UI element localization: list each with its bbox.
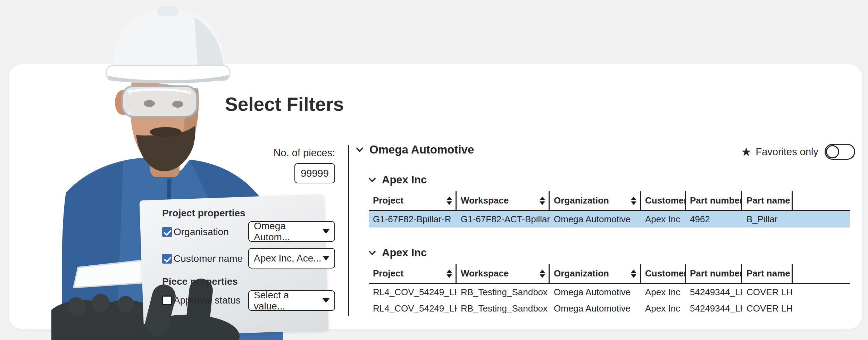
customer-name-dropdown[interactable]: Apex Inc, Ace... [248,248,335,268]
filter-row-organisation: Organisation [162,226,229,238]
customer-name-checkbox[interactable] [162,254,172,264]
column-header-project[interactable]: Project [369,264,457,283]
column-header-project[interactable]: Project [369,191,457,210]
organisation-dropdown-value: Omega Autom... [254,221,323,243]
chevron-down-icon [323,256,329,260]
cell-workspace: RB_Testing_Sandbox [457,300,550,317]
cell-project: RL4_COV_54249_LH [369,300,457,317]
column-header-part-number[interactable]: Part number [686,264,742,283]
column-header-customer[interactable]: Customer [641,264,686,283]
screen: Select Filters No. of pieces: Project pr… [0,0,868,340]
table-header: Project Workspace Organization Customer … [369,264,850,284]
table-header: Project Workspace Organization Customer … [369,191,850,211]
chevron-down-icon [355,145,365,155]
cell-workspace: G1-67F82-ACT-Bpillar [457,211,550,227]
sort-icon[interactable] [537,269,545,278]
cell-project: RL4_COV_54249_LH [369,284,457,300]
piece-properties-heading: Piece properties [162,276,238,287]
no-of-pieces-input[interactable] [294,163,335,183]
customer-name-label: Customer name [174,253,243,264]
cell-empty [793,300,850,317]
results-table-2: Project Workspace Organization Customer … [369,264,850,317]
cell-customer: Apex Inc [641,211,686,227]
chevron-down-icon [323,298,329,303]
subgroup-header-apex-inc-1[interactable]: Apex Inc [367,174,427,186]
page-title: Select Filters [225,93,344,115]
column-header-organization[interactable]: Organization [550,191,641,210]
vertical-divider [348,145,349,316]
cell-part-name: COVER LH [742,284,793,300]
column-header-empty [793,264,850,283]
approval-status-dropdown-value: Select a value... [254,290,323,312]
results-table-1: Project Workspace Organization Customer … [369,191,850,227]
cell-part-number: 54249344_LH [686,300,742,317]
filter-row-approval-status: Approval status [162,295,241,306]
approval-status-dropdown[interactable]: Select a value... [248,290,335,311]
star-icon: ★ [741,144,751,160]
no-of-pieces-label: No. of pieces: [248,147,335,159]
sort-icon[interactable] [537,197,545,205]
cell-empty [793,211,850,227]
customer-name-dropdown-value: Apex Inc, Ace... [254,253,322,264]
column-header-workspace[interactable]: Workspace [457,264,550,283]
sort-icon[interactable] [628,197,636,205]
cell-customer: Apex Inc [641,300,686,317]
cell-workspace: RB_Testing_Sandbox [457,284,550,300]
organisation-label: Organisation [174,226,229,238]
subgroup-header-apex-inc-2[interactable]: Apex Inc [367,247,427,259]
column-header-customer[interactable]: Customer [641,191,686,210]
chevron-down-icon [323,229,329,234]
cell-organization: Omega Automotive [550,284,641,300]
sort-icon[interactable] [790,269,793,278]
table-row[interactable]: G1-67F82-Bpillar-R G1-67F82-ACT-Bpillar … [369,211,850,227]
column-header-part-number[interactable]: Part number [686,191,742,210]
cell-part-number: 4962 [686,211,742,227]
project-properties-heading: Project properties [162,208,245,219]
organisation-checkbox[interactable] [162,227,172,237]
cell-part-name: B_Pillar [742,211,793,227]
column-header-part-name[interactable]: Part name [742,264,793,283]
cell-organization: Omega Automotive [550,300,641,317]
chevron-down-icon [367,248,377,258]
approval-status-label: Approval status [174,295,241,306]
sort-icon[interactable] [444,197,452,205]
sort-icon[interactable] [628,269,636,278]
subgroup-label: Apex Inc [382,174,427,186]
cell-organization: Omega Automotive [550,211,641,227]
column-header-workspace[interactable]: Workspace [457,191,550,210]
favorites-toggle[interactable] [825,144,855,160]
chevron-down-icon [367,175,377,185]
toggle-knob [826,145,839,158]
favorites-control: ★ Favorites only [741,144,855,160]
approval-status-checkbox[interactable] [162,296,172,305]
cell-part-number: 54249344_LH [686,284,742,300]
group-header-omega-automotive[interactable]: Omega Automotive [355,143,474,156]
column-header-organization[interactable]: Organization [550,264,641,283]
cell-part-name: COVER LH [742,300,793,317]
sort-icon[interactable] [790,197,793,205]
column-header-empty [793,191,850,210]
table-row[interactable]: RL4_COV_54249_LH RB_Testing_Sandbox Omeg… [369,284,850,300]
organisation-dropdown[interactable]: Omega Autom... [248,221,335,242]
group-label: Omega Automotive [369,143,474,156]
favorites-only-label: Favorites only [756,144,818,160]
column-header-part-name[interactable]: Part name [742,191,793,210]
subgroup-label: Apex Inc [382,247,427,259]
cell-project: G1-67F82-Bpillar-R [369,211,457,227]
table-row[interactable]: RL4_COV_54249_LH RB_Testing_Sandbox Omeg… [369,300,850,317]
filter-row-customer-name: Customer name [162,253,243,264]
cell-empty [793,284,850,300]
cell-customer: Apex Inc [641,284,686,300]
sort-icon[interactable] [444,269,452,278]
